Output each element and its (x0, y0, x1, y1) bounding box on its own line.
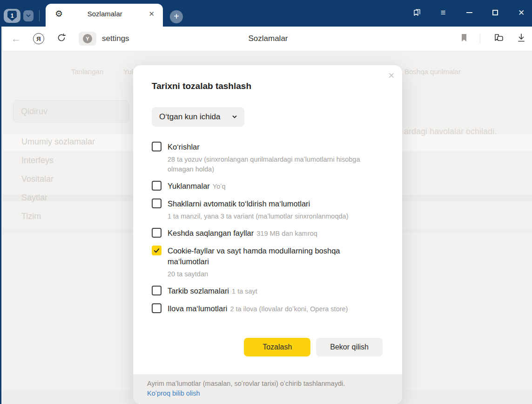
clear-button[interactable]: Tozalash (244, 338, 310, 356)
yandex-home-icon[interactable]: Я (33, 33, 44, 44)
option-row-tarkib[interactable]: Tarkib sozlamalari1 ta sayt (152, 286, 383, 297)
option-row-yuklanmalar[interactable]: YuklanmalarYoʻq (152, 181, 383, 192)
bookmark-icon[interactable] (460, 33, 468, 44)
sidebar-item-umumiy-sozlamalar[interactable]: Umumiy sozlamalar (21, 137, 95, 147)
checkbox[interactable] (152, 181, 162, 191)
option-row-ilova[interactable]: Ilova maʻlumotlari2 ta ilova (Ilovalar d… (152, 303, 383, 315)
chevron-down-icon (26, 14, 31, 18)
checkbox[interactable] (152, 246, 162, 255)
tab-sozlamalar[interactable]: ⚙ Sozlamalar ✕ (46, 4, 163, 27)
close-icon[interactable]: ✕ (516, 7, 526, 18)
option-label: Shakllarni avtomatik toʻldirish maʻlumot… (168, 199, 348, 209)
titlebar-divider (39, 10, 40, 21)
option-row-korishlar[interactable]: Koʻrishlar 28 ta yozuv (sinxronlangan qu… (152, 142, 383, 174)
option-detail: 20 ta saytdan (168, 269, 377, 279)
sidebar-item-saytlar[interactable]: Saytlar (21, 193, 47, 203)
settings-search-input[interactable]: Qidiruv (13, 100, 129, 123)
tab-group-control[interactable]: 1 (4, 9, 34, 23)
option-detail: 1 ta sayt (232, 288, 257, 295)
option-label: Tarkib sozlamalari (168, 287, 229, 295)
learn-more-link[interactable]: Koʻproq bilib olish (147, 389, 388, 398)
reload-icon[interactable] (56, 33, 67, 45)
dialog-close-icon[interactable]: ✕ (388, 71, 395, 81)
new-tab-button[interactable]: + (170, 10, 183, 23)
menu-icon[interactable]: ≡ (438, 7, 448, 18)
footer-note: Ayrim maʻlumotlar (masalan, soʻrovlar ta… (147, 379, 388, 389)
option-detail: 319 MB dan kamroq (256, 230, 317, 237)
option-label: Cookie-fayllar va sayt hamda modullarnin… (168, 246, 383, 267)
collections-icon[interactable] (492, 33, 505, 45)
option-detail: 1 ta manzil, yana 3 ta variant (maʻlumot… (168, 212, 348, 221)
tab-group-badge[interactable]: 1 (4, 9, 20, 23)
option-detail: 2 ta ilova (Ilovalar doʻkoni, Opera stor… (230, 305, 348, 313)
checkbox[interactable] (152, 286, 162, 295)
tab-group-chevron-button[interactable] (23, 10, 34, 21)
settings-text-fragment: ardagi havolalar ochiladi. (404, 127, 497, 137)
toolbar-divider (480, 34, 480, 44)
toolbar: Sozlamalar ← Я Y settings (3, 27, 532, 51)
back-icon[interactable]: ← (11, 33, 21, 44)
download-icon[interactable] (517, 33, 526, 44)
option-detail: 28 ta yozuv (sinxronlangan qurilmalardag… (168, 155, 377, 174)
sidebar-item-tizim[interactable]: Tizim (21, 212, 41, 221)
sidebar-item-interfeys[interactable]: Interfeys (21, 156, 54, 165)
clear-options-list: Koʻrishlar 28 ta yozuv (sinxronlangan qu… (152, 142, 383, 315)
clear-history-dialog: ✕ Tarixni tozalab tashlash Oʻtgan kun ic… (133, 65, 402, 404)
option-detail: Yoʻq (213, 183, 226, 190)
checkbox[interactable] (152, 228, 162, 238)
address-bar-url[interactable]: settings (102, 34, 129, 43)
gear-icon: ⚙ (55, 9, 63, 18)
option-label: Koʻrishlar (168, 142, 377, 152)
side-panel-icon[interactable] (412, 7, 422, 18)
checkbox[interactable] (152, 142, 162, 151)
option-row-cookie[interactable]: Cookie-fayllar va sayt hamda modullarnin… (152, 246, 383, 279)
period-dropdown[interactable]: Oʻtgan kun ichida (152, 107, 244, 127)
option-row-kesh[interactable]: Keshda saqlangan fayllar319 MB dan kamro… (152, 228, 383, 239)
option-label: Ilova maʻlumotlari (168, 304, 227, 313)
option-label: Keshda saqlangan fayllar (168, 229, 254, 237)
nav-tab-boshqa-qurilmalar[interactable]: Boshqa qurilmalar (404, 68, 461, 75)
tab-title: Sozlamalar (63, 10, 147, 18)
protect-icon[interactable]: Y (79, 32, 96, 46)
tab-close-icon[interactable]: ✕ (147, 9, 156, 19)
checkbox[interactable] (152, 303, 162, 313)
nav-tab-tanlangan[interactable]: Tanlangan (71, 68, 103, 75)
chevron-down-icon (232, 115, 237, 119)
dialog-footer: Ayrim maʻlumotlar (masalan, soʻrovlar ta… (133, 374, 402, 404)
maximize-icon[interactable] (490, 7, 500, 18)
option-row-shakllar[interactable]: Shakllarni avtomatik toʻldirish maʻlumot… (152, 199, 383, 221)
dialog-title: Tarixni tozalab tashlash (152, 81, 383, 91)
sidebar-item-vositalar[interactable]: Vositalar (21, 174, 54, 184)
titlebar: 1 ⚙ Sozlamalar ✕ + ≡ ✕ (1, 0, 532, 27)
minimize-icon[interactable] (464, 7, 474, 18)
option-label: Yuklanmalar (168, 182, 210, 190)
period-dropdown-value: Oʻtgan kun ichida (159, 112, 220, 122)
tab-count-shield-icon: 1 (7, 11, 17, 21)
browser-window: 1 ⚙ Sozlamalar ✕ + ≡ ✕ Sozlamalar ← (0, 0, 532, 404)
checkbox[interactable] (152, 199, 162, 208)
cancel-button[interactable]: Bekor qilish (316, 338, 383, 356)
